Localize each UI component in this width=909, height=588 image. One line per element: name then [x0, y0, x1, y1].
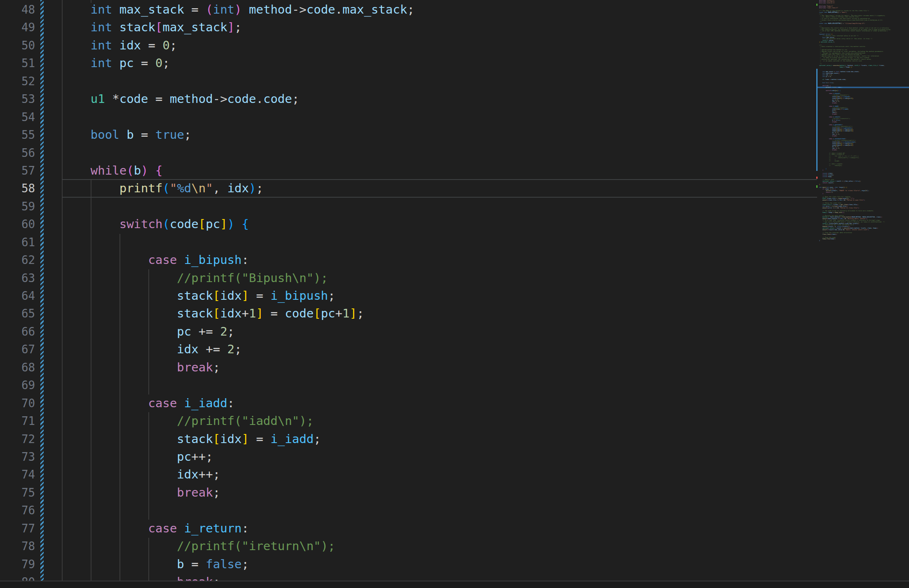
code-line[interactable]: 54 — [0, 108, 817, 126]
minimap-line: } — [817, 240, 909, 242]
line-number[interactable]: 74 — [0, 466, 35, 483]
code-line-text: stack[idx] = i_bipush; — [62, 287, 335, 305]
code-line[interactable]: 76 — [0, 502, 817, 519]
code-line[interactable]: 57 while(b) { — [0, 162, 817, 180]
code-line[interactable]: 60 switch(code[pc]) { — [0, 215, 817, 233]
gutter-gap — [35, 359, 62, 376]
code-line[interactable]: 75 break; — [0, 484, 817, 502]
code-line[interactable]: 67 idx += 2; — [0, 341, 817, 358]
line-number[interactable]: 55 — [0, 126, 35, 144]
line-number[interactable]: 49 — [0, 19, 35, 36]
line-number[interactable]: 52 — [0, 72, 35, 90]
code-line[interactable]: 77 case i_return: — [0, 520, 817, 537]
code-token-var: heap — [829, 212, 832, 213]
code-line[interactable]: 66 pc += 2; — [0, 323, 817, 341]
code-line[interactable]: 59 — [0, 198, 817, 215]
code-line[interactable]: 71 //printf("iadd\n"); — [0, 412, 817, 430]
line-number[interactable]: 76 — [0, 502, 35, 519]
gutter-gap — [35, 1, 62, 19]
code-line[interactable]: 68 break; — [0, 359, 817, 376]
code-token-ind — [819, 170, 822, 171]
line-number[interactable]: 64 — [0, 287, 35, 305]
added-lines-mark — [816, 4, 818, 6]
line-number[interactable]: 70 — [0, 394, 35, 412]
code-line[interactable]: 55 bool b = true; — [0, 126, 817, 144]
code-token-op: ; — [839, 72, 840, 74]
code-line[interactable]: 58 printf("%d\n", idx); — [0, 180, 817, 197]
line-number[interactable]: 50 — [0, 37, 35, 54]
code-line[interactable]: 53 u1 *code = method->code.code; — [0, 90, 817, 108]
gutter-gap — [35, 162, 62, 180]
code-token-var: code — [285, 306, 314, 320]
line-number[interactable]: 48 — [0, 1, 35, 19]
code-token-ind — [819, 121, 832, 123]
line-number[interactable]: 77 — [0, 520, 35, 537]
code-line[interactable]: 70 case i_iadd: — [0, 394, 817, 412]
gutter-gap — [35, 126, 62, 144]
code-token-op — [177, 396, 184, 410]
code-line[interactable]: 48 int max_stack = (int) method->code.ma… — [0, 1, 817, 19]
line-number[interactable]: 63 — [0, 269, 35, 287]
line-number[interactable]: 51 — [0, 54, 35, 72]
line-number[interactable]: 69 — [0, 376, 35, 394]
code-token-b2: { — [155, 163, 162, 177]
gutter-gap — [35, 108, 62, 126]
line-number[interactable]: 53 — [0, 90, 35, 108]
code-line[interactable]: 50 int idx = 0; — [0, 37, 817, 54]
gutter-gap — [35, 412, 62, 430]
line-number[interactable]: 62 — [0, 251, 35, 269]
code-token-b2: ) — [234, 2, 241, 16]
line-number[interactable]: 66 — [0, 323, 35, 341]
line-number[interactable]: 65 — [0, 305, 35, 322]
code-token-op: != — [836, 199, 840, 201]
code-token-kwb: int — [91, 2, 112, 16]
code-token-var: method — [249, 2, 292, 16]
code-token-kwb: int — [91, 56, 112, 70]
line-number[interactable]: 78 — [0, 537, 35, 555]
code-line[interactable]: 65 stack[idx+1] = code[pc+1]; — [0, 305, 817, 322]
line-number[interactable]: 79 — [0, 555, 35, 573]
code-line[interactable]: 61 — [0, 233, 817, 251]
code-token-enum: i_bipush — [270, 289, 328, 303]
code-line[interactable]: 64 stack[idx] = i_bipush; — [0, 287, 817, 305]
code-line[interactable]: 69 — [0, 376, 817, 394]
code-line-text: pc += 2; — [62, 323, 234, 341]
code-token-var: pc — [177, 324, 191, 338]
code-token-var: heap — [827, 176, 832, 177]
code-token-op: = — [134, 56, 155, 70]
code-line[interactable]: 52 — [0, 72, 817, 90]
code-token-op: ; — [881, 217, 882, 218]
code-line[interactable]: 51 int pc = 0; — [0, 54, 817, 72]
minimap[interactable]: #include <stdbool.h>#include <stdio.h>#i… — [817, 0, 909, 588]
line-number[interactable]: 68 — [0, 359, 35, 376]
line-number[interactable]: 59 — [0, 198, 35, 215]
line-number[interactable]: 57 — [0, 162, 35, 180]
code-line[interactable]: 73 pc++; — [0, 448, 817, 466]
line-number[interactable]: 67 — [0, 341, 35, 358]
line-number[interactable]: 58 — [0, 180, 35, 197]
code-line[interactable]: 79 b = false; — [0, 555, 817, 573]
code-token-var: heap — [873, 227, 876, 229]
line-number[interactable]: 61 — [0, 233, 35, 251]
code-line[interactable]: 49 int stack[max_stack]; — [0, 19, 817, 36]
code-token-ind — [819, 149, 832, 151]
line-number[interactable]: 75 — [0, 484, 35, 502]
line-number[interactable]: 56 — [0, 144, 35, 162]
line-number[interactable]: 71 — [0, 412, 35, 430]
line-number[interactable]: 72 — [0, 430, 35, 448]
code-line[interactable]: 56 — [0, 144, 817, 162]
code-line[interactable]: 63 //printf("Bipush\n"); — [0, 269, 817, 287]
code-line[interactable]: 78 //printf("ireturn\n"); — [0, 537, 817, 555]
code-token-op: ; — [868, 190, 869, 191]
code-token-cmt: //printf("iadd\n"); — [177, 414, 314, 428]
editor-code-area[interactable]: 48 int max_stack = (int) method->code.ma… — [0, 1, 817, 588]
line-number[interactable]: 54 — [0, 108, 35, 126]
line-number[interactable]: 73 — [0, 448, 35, 466]
code-token-str: "([Ljava/lang/String;)V" — [845, 23, 864, 24]
code-token-type: heap_t — [840, 66, 846, 68]
code-line[interactable]: 62 case i_bipush: — [0, 251, 817, 269]
code-line[interactable]: 74 idx++; — [0, 466, 817, 483]
code-line[interactable]: 72 stack[idx] = i_iadd; — [0, 430, 817, 448]
code-token-op: ; — [836, 113, 837, 115]
line-number[interactable]: 60 — [0, 215, 35, 233]
